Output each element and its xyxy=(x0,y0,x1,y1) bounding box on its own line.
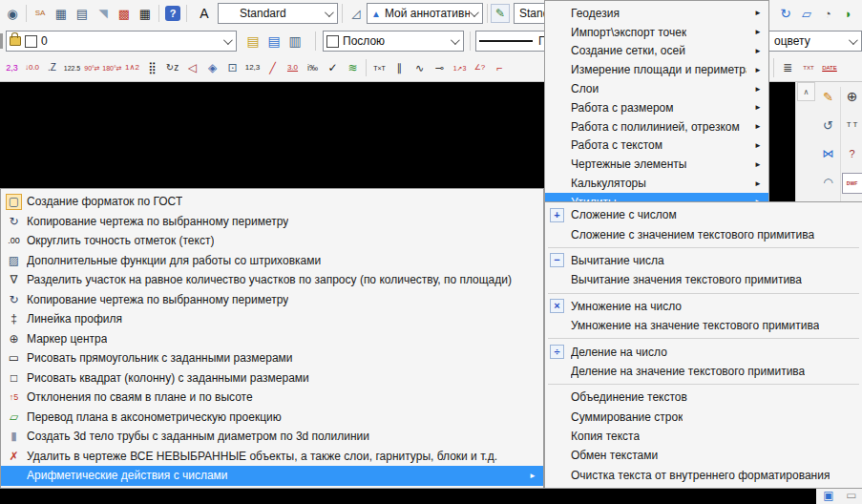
menu-item[interactable]: ÷Деление на число xyxy=(545,342,862,361)
menu-item[interactable]: Суммирование строк xyxy=(545,408,862,427)
menu-item[interactable]: Умножение на значение текстового примити… xyxy=(545,316,862,335)
menu-item[interactable]: ×Умножение на число xyxy=(545,297,862,316)
menu-item[interactable]: ‡Линейка профиля xyxy=(1,309,543,329)
dim-style-combo[interactable]: Standard xyxy=(218,3,338,24)
menu-item[interactable]: Создание сетки, осей► xyxy=(545,42,768,61)
segment-icon[interactable]: ⊸ xyxy=(430,57,450,78)
parallel-icon[interactable]: ∥ xyxy=(389,57,410,78)
menu-item[interactable]: Измерение площади и периметра► xyxy=(545,60,768,79)
menu-item[interactable]: □Рисовать квадрат (колонну) с заданными … xyxy=(1,368,543,388)
pencil-edit-icon[interactable]: ✎ xyxy=(819,87,838,106)
numbering-icon[interactable]: 1↗3 xyxy=(450,57,470,78)
set-elevation-icon[interactable]: ↓0.0 xyxy=(22,57,42,78)
table-icon[interactable]: ▦ xyxy=(51,3,72,24)
date-icon[interactable]: DATE xyxy=(819,57,840,78)
interpolate-icon[interactable]: i‰ xyxy=(303,57,323,78)
help-icon[interactable]: ? xyxy=(165,6,180,21)
dim-style-icon[interactable]: ◿ xyxy=(346,3,367,24)
slope-line-icon[interactable]: ╱ xyxy=(263,57,283,78)
red-region-icon[interactable]: ▩ xyxy=(114,3,135,24)
menu-item[interactable]: ⊕Маркер центра xyxy=(1,329,543,349)
menu-item[interactable]: Вычитание значения текстового примитива xyxy=(545,270,862,289)
menu-item[interactable]: Работа с текстом► xyxy=(545,136,768,156)
spot-elevation-icon[interactable]: 122.5 xyxy=(62,57,82,78)
font-style-icon[interactable]: A xyxy=(194,3,215,24)
coords-icon[interactable]: 2,3 xyxy=(2,57,22,78)
text-mark-icon[interactable]: T×T xyxy=(369,57,389,78)
layer-manager-icon[interactable]: ▥ xyxy=(284,31,305,52)
annotative-style-combo[interactable]: ▲ Мой аннотативн xyxy=(367,3,483,24)
menu-item[interactable]: Работа с размером► xyxy=(545,98,768,117)
point-array-icon[interactable]: ⣿ xyxy=(142,57,162,78)
check-line-icon[interactable]: ✓ xyxy=(323,57,343,78)
orbit-icon[interactable]: ◔ xyxy=(817,3,838,24)
menu-item[interactable]: ▱Перевод плана в аксонометрическую проек… xyxy=(1,408,543,428)
box-3d-icon[interactable]: ▱ xyxy=(796,3,817,24)
angle-query-icon[interactable]: ∠? xyxy=(470,57,490,78)
copy-perimeter-icon: ↻ xyxy=(1,216,27,227)
menu-item[interactable]: ∇Разделить участок на равное количество … xyxy=(1,270,543,290)
menu-item[interactable]: ▮Создать 3d тело трубы с заданным диамет… xyxy=(1,427,543,447)
menu-item[interactable]: Калькуляторы► xyxy=(545,174,768,193)
rotate-180-icon[interactable]: 180°⇄ xyxy=(102,57,122,78)
menu-item[interactable]: ↻Копирование чертежа по выбранному перим… xyxy=(1,212,543,232)
rotate-90-icon[interactable]: 90°⇄ xyxy=(82,57,102,78)
render-icon[interactable]: ◗ xyxy=(838,3,859,24)
lattice-icon[interactable]: ◈ xyxy=(202,57,222,78)
peaks-icon[interactable]: 1∧2 xyxy=(122,57,142,78)
menu-item[interactable]: ✗Удалить в чертеже ВСЕ НЕВЫБРАННЫЕ объек… xyxy=(1,447,543,467)
overlap-squares-icon[interactable]: ▣ xyxy=(817,488,840,503)
scroll-up-button[interactable]: ∧ xyxy=(797,82,815,101)
hatch-wave-icon[interactable]: ≋ xyxy=(343,57,363,78)
text-height-icon[interactable]: T T xyxy=(843,116,862,135)
mtext-lines-icon[interactable]: ≣ xyxy=(777,57,798,78)
pipe-icon[interactable]: ◥ xyxy=(93,3,114,24)
menu-item[interactable]: Чертежные элементы► xyxy=(545,155,768,174)
menu-item[interactable]: ↻Копирование чертежа по выбранному перим… xyxy=(1,290,543,310)
center-triangle-icon[interactable]: ◁ xyxy=(182,57,202,78)
menu-item[interactable]: Копия текста xyxy=(545,427,862,446)
table-edit-icon[interactable]: ✎ xyxy=(491,4,510,23)
menu-item[interactable]: Слои► xyxy=(545,79,768,98)
spline-nodes-icon[interactable]: ∿ xyxy=(410,57,430,78)
menu-item[interactable]: Объединение текстов xyxy=(545,388,862,407)
z-value-icon[interactable]: .Z xyxy=(42,57,62,78)
menu-item[interactable]: Деление на значение текстового примитива xyxy=(545,362,862,381)
menu-item[interactable]: ▢Создание форматок по ГОСТ xyxy=(1,192,543,212)
calculator-icon[interactable]: ▦ xyxy=(135,3,156,24)
menu-item[interactable]: +Сложение с числом xyxy=(545,205,862,224)
menu-item[interactable]: Сложение с значением текстового примитив… xyxy=(545,224,862,243)
menu-item[interactable]: Очистка текста от внутреннего форматиров… xyxy=(545,466,862,485)
layer-combo[interactable]: 0 xyxy=(6,31,237,52)
menu-item[interactable]: ↑5Отклонения по сваям в плане и по высот… xyxy=(1,388,543,408)
menu-item[interactable]: Обмен текстами xyxy=(545,446,862,465)
paste-special-icon[interactable]: ⊡ xyxy=(222,57,242,78)
menu-item[interactable]: ▨Дополнительные функции для работы со шт… xyxy=(1,251,543,271)
question-leader-icon[interactable]: ? xyxy=(843,144,862,163)
menu-item[interactable]: ▭Рисовать прямоугольник с заданными разм… xyxy=(1,348,543,368)
corner-icon[interactable]: ⌐ xyxy=(490,57,510,78)
rotate-z-icon[interactable]: ↻z xyxy=(162,57,182,78)
txt-copy-icon[interactable]: TXT xyxy=(798,57,819,78)
coord-label-icon[interactable]: 12,3 xyxy=(242,57,263,78)
menu-item[interactable]: Работа с полилинией, отрезком► xyxy=(545,117,768,136)
dwf-icon[interactable]: DWF xyxy=(842,173,862,194)
color-control-combo[interactable]: Послою xyxy=(323,31,464,52)
copy-rotate-icon[interactable]: ↺ xyxy=(819,116,838,135)
menu-item[interactable]: .00Округлить точность отметок (текст) xyxy=(1,231,543,251)
layer-states-icon[interactable]: ▤ xyxy=(242,31,263,52)
menu-item-highlighted[interactable]: Арифметические действия с числами► xyxy=(1,466,543,486)
rotate-3d-icon[interactable]: ↻ xyxy=(775,3,796,24)
sheet-export-icon[interactable]: ▤ xyxy=(72,3,93,24)
menu-item[interactable]: Геодезия► xyxy=(545,4,768,23)
target-icon[interactable]: ⊕ xyxy=(843,87,862,106)
edit-text-icon[interactable]: SA xyxy=(30,3,51,24)
panel-icon[interactable]: ▭ xyxy=(840,488,862,503)
incline-icon[interactable]: ◠ xyxy=(819,173,838,192)
zoom-pointer-icon[interactable]: ◉ xyxy=(2,3,23,24)
layers-icon[interactable]: ▤ xyxy=(263,31,284,52)
menu-item[interactable]: −Вычитание числа xyxy=(545,251,862,270)
menu-item[interactable]: Импорт\экспорт точек► xyxy=(545,23,768,42)
mirror-icon[interactable]: ⋈ xyxy=(819,144,838,163)
slope-value-icon[interactable]: 3.0 xyxy=(283,57,303,78)
